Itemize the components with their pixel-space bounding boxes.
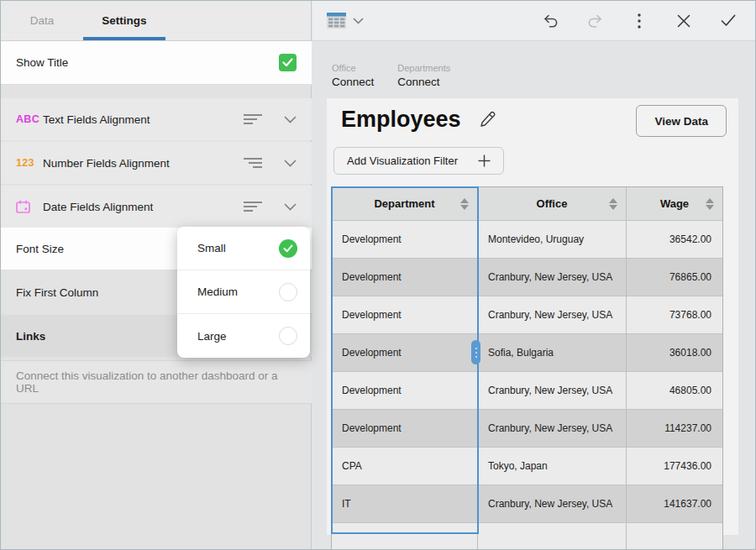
radio-unselected-icon[interactable] [279,283,297,301]
visualization-toolbar [312,1,756,41]
edit-title-icon[interactable] [478,110,497,129]
table-row[interactable]: CPA Tokyo, Japan 177436.00 [332,447,722,485]
table-row[interactable]: IT Cranbury, New Jersey, USA 141637.00 [332,485,722,522]
sort-icon[interactable] [609,198,617,210]
tab-settings[interactable]: Settings [83,1,165,40]
undo-button[interactable] [542,13,559,29]
chevron-down-icon[interactable] [284,116,297,123]
font-size-popup: Small Medium Large [177,227,310,358]
table-visualization-icon [327,13,346,29]
column-header-department[interactable]: Department [332,187,478,220]
cell-department: Development [332,410,478,447]
links-label: Links [16,330,45,343]
connection-source: Departments [397,63,450,73]
confirm-icon[interactable] [720,13,737,29]
cell-wage: 114237.00 [627,410,722,447]
column-header-office[interactable]: Office [478,187,627,220]
show-title-row[interactable]: Show Title [1,41,312,85]
123-icon: 123 [16,157,43,169]
date-fields-alignment-row[interactable]: Date Fields Alignment [1,186,312,228]
radio-unselected-icon[interactable] [279,327,297,345]
align-left-icon [244,114,262,124]
cell-department: CPA [332,448,478,485]
tab-data[interactable]: Data [1,1,83,40]
close-icon[interactable] [675,13,692,29]
table-row[interactable]: Development Cranbury, New Jersey, USA 73… [332,296,722,333]
view-data-button[interactable]: View Data [636,105,727,137]
align-right-icon [244,158,262,168]
connect-description: Connect this visualization to another da… [1,360,312,404]
sidebar-tabbar: Data Settings [1,1,311,41]
chevron-down-icon [353,18,364,24]
connection-label: Connect [397,76,450,88]
page-title: Employees [341,107,461,133]
table-row[interactable]: Development Cranbury, New Jersey, USA 76… [332,258,722,296]
cell-department: Development [332,221,478,258]
sort-icon[interactable] [706,198,714,210]
tab-data-label: Data [30,14,55,27]
check-icon [282,58,293,67]
radio-selected-icon[interactable] [279,239,297,258]
cell-department: Development [332,259,478,296]
active-tab-underline [83,37,165,40]
cell-office: Cranbury, New Jersey, USA [478,410,627,447]
visualization-type-selector[interactable] [327,13,364,29]
visualization-card: Employees View Data Add Visualization Fi… [327,98,738,535]
show-title-checkbox[interactable] [279,54,297,71]
title-row: Employees [341,107,497,133]
cell-office: Cranbury, New Jersey, USA [478,296,627,333]
data-table: Department Office Wage Development Monte… [331,186,723,550]
align-left-icon [244,202,262,212]
cell-office: Cranbury, New Jersey, USA [478,259,627,296]
cell-office: Tokyo, Japan [478,448,627,485]
cell-department: Development [332,372,478,409]
cell-office: Cranbury, New Jersey, USA [478,485,627,522]
table-row[interactable]: Development Sofia, Bulgaria 36018.00 [332,333,722,371]
cell-wage: 76865.00 [627,259,722,296]
cell-wage: 177436.00 [627,448,722,485]
table-body: Development Montevideo, Uruguay 36542.00… [332,220,722,550]
connection-source: Office [332,63,374,73]
cell-wage: 141637.00 [627,485,722,522]
connection-chip-office[interactable]: Office Connect [332,63,374,88]
text-fields-alignment-row[interactable]: ABC Text Fields Alignment [1,98,312,140]
add-visualization-filter-button[interactable]: Add Visualization Filter [333,147,504,175]
number-fields-alignment-label: Number Fields Alignment [43,157,170,170]
connection-label: Connect [332,76,374,88]
cell-wage: 73768.00 [627,296,722,333]
table-row[interactable]: Development Montevideo, Uruguay 36542.00 [332,220,722,258]
table-row-partial [332,522,722,550]
font-size-option-small[interactable]: Small [177,227,310,270]
font-size-option-large[interactable]: Large [177,314,310,358]
cell-department: IT [332,485,478,522]
cell-wage: 36542.00 [627,221,722,258]
connection-chip-departments[interactable]: Departments Connect [397,63,450,88]
cell-office: Sofia, Bulgaria [478,334,627,371]
redo-button[interactable] [586,13,603,29]
table-row[interactable]: Development Cranbury, New Jersey, USA 11… [332,409,722,447]
chevron-down-icon[interactable] [284,160,297,167]
abc-icon: ABC [16,113,43,125]
app-window: Data Settings Show Title ABC Text Fields… [0,0,756,550]
cell-department: Development [332,334,478,371]
font-size-option-medium[interactable]: Medium [177,270,310,314]
chevron-down-icon[interactable] [284,203,297,211]
more-options-icon[interactable] [631,13,648,29]
sort-icon[interactable] [460,198,469,210]
calendar-icon [16,200,43,213]
cell-office: Montevideo, Uruguay [478,221,627,258]
cell-wage: 36018.00 [627,334,722,371]
column-header-wage[interactable]: Wage [627,187,722,220]
cell-office: Cranbury, New Jersey, USA [478,372,627,409]
cell-department: Development [332,296,478,333]
table-row[interactable]: Development Cranbury, New Jersey, USA 46… [332,371,722,409]
settings-sidebar: Data Settings Show Title ABC Text Fields… [1,1,312,549]
cell-wage: 46805.00 [627,372,722,409]
toolbar-actions [542,13,737,29]
font-size-label: Font Size [16,243,64,255]
connection-chips: Office Connect Departments Connect [332,63,450,88]
date-fields-alignment-label: Date Fields Alignment [43,201,153,213]
tab-settings-label: Settings [102,14,146,27]
number-fields-alignment-row[interactable]: 123 Number Fields Alignment [1,142,312,184]
column-resize-handle[interactable] [471,340,480,364]
